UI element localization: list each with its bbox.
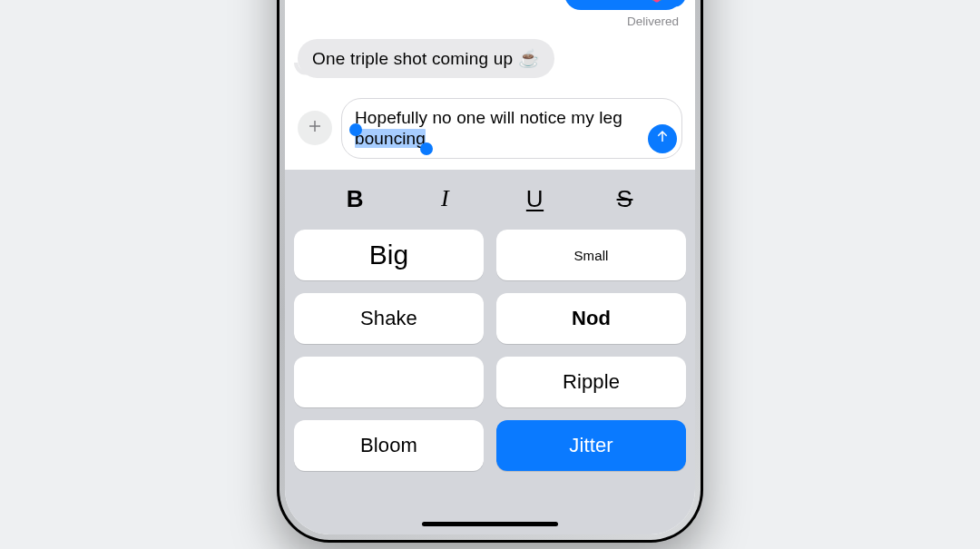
- home-indicator[interactable]: [422, 522, 558, 526]
- bold-button[interactable]: B: [330, 181, 381, 217]
- arrow-up-icon: [654, 128, 671, 150]
- text-effect-nod[interactable]: Nod: [496, 293, 686, 344]
- incoming-message-text: One triple shot coming up ☕️: [312, 49, 540, 68]
- format-bar: B I U S: [294, 181, 686, 217]
- conversation-area: caffeine 🤪 Delivered One triple shot com…: [285, 0, 695, 170]
- text-effects-grid: BigSmallShakeNodRippleBloomJitter: [294, 230, 686, 471]
- selection-handle-end-icon[interactable]: [420, 142, 433, 155]
- text-effect-label: Jitter: [569, 434, 612, 457]
- plus-icon: [307, 118, 323, 138]
- keyboard-panel: B I U S BigSmallShakeNodRippleBloomJitte…: [285, 170, 695, 534]
- text-effect-shake[interactable]: Shake: [294, 293, 484, 344]
- incoming-message-bubble[interactable]: One triple shot coming up ☕️: [298, 39, 554, 78]
- outgoing-message-row: caffeine 🤪: [298, 0, 682, 10]
- strikethrough-button[interactable]: S: [600, 181, 651, 217]
- text-effect-jitter[interactable]: Jitter: [496, 420, 686, 471]
- incoming-message-row: One triple shot coming up ☕️: [298, 39, 682, 78]
- text-effect-bloom[interactable]: Bloom: [294, 420, 484, 471]
- text-effect-label: Big: [369, 240, 409, 270]
- italic-button[interactable]: I: [420, 181, 471, 217]
- message-text-selection: bouncing: [355, 129, 426, 148]
- text-effect-big[interactable]: Big: [294, 230, 484, 280]
- outgoing-message-bubble[interactable]: caffeine 🤪: [564, 0, 682, 10]
- device-frame: caffeine 🤪 Delivered One triple shot com…: [277, 0, 703, 543]
- message-input[interactable]: Hopefully no one will notice my leg boun…: [341, 98, 682, 160]
- outgoing-message-text: caffeine: [579, 0, 641, 3]
- send-button[interactable]: [648, 124, 677, 153]
- text-effect-label: Shake: [360, 307, 417, 330]
- underline-button[interactable]: U: [510, 181, 561, 217]
- text-effect-label: Small: [573, 248, 608, 263]
- text-effect-ripple[interactable]: Ripple: [496, 357, 686, 407]
- text-effect-label: Ripple: [563, 370, 620, 394]
- message-text-before: Hopefully no one will notice my leg: [355, 108, 622, 127]
- text-effect-label: Nod: [572, 307, 611, 330]
- compose-row: Hopefully no one will notice my leg boun…: [298, 98, 682, 160]
- plus-button[interactable]: [298, 111, 332, 145]
- text-effect-label: Bloom: [360, 434, 417, 457]
- screen: caffeine 🤪 Delivered One triple shot com…: [285, 0, 695, 534]
- delivered-status: Delivered: [298, 15, 679, 28]
- text-effect-blank[interactable]: [294, 357, 484, 407]
- text-effect-small[interactable]: Small: [496, 230, 686, 280]
- outgoing-message-emoji: 🤪: [646, 0, 668, 1]
